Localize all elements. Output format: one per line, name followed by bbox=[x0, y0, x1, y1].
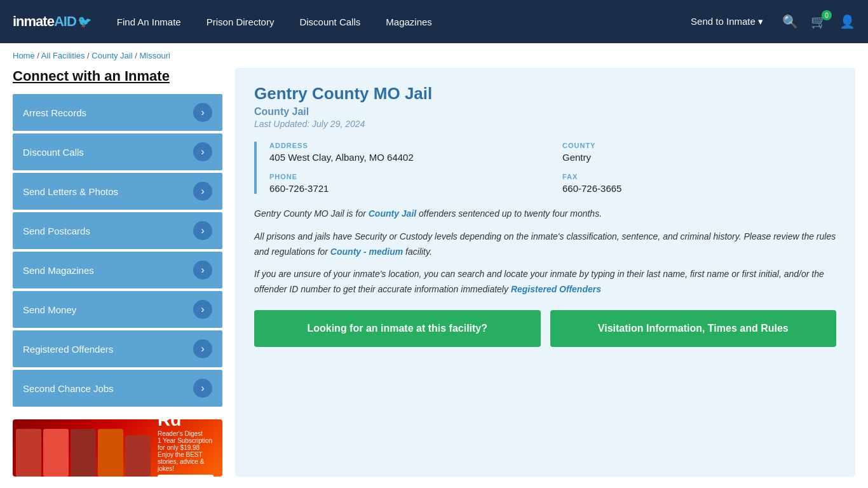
sidebar-label-send-money: Send Money bbox=[23, 304, 76, 315]
cart-icon[interactable]: 🛒 0 bbox=[811, 14, 827, 29]
county-value: Gentry bbox=[562, 152, 836, 163]
county-label: COUNTY bbox=[562, 142, 836, 149]
find-inmate-button[interactable]: Looking for an inmate at this facility? bbox=[254, 310, 541, 347]
nav-send-to-inmate[interactable]: Send to Inmate ▾ bbox=[691, 16, 763, 27]
sidebar-label-arrest-records: Arrest Records bbox=[23, 107, 86, 118]
facility-title: Gentry County MO Jail bbox=[254, 84, 836, 104]
ad-book-1 bbox=[16, 429, 41, 477]
ad-subtitle: Reader's Digest bbox=[158, 430, 217, 437]
description-3: If you are unsure of your inmate's locat… bbox=[254, 267, 836, 297]
sidebar-item-send-letters[interactable]: Send Letters & Photos › bbox=[13, 173, 222, 210]
description-2: All prisons and jails have Security or C… bbox=[254, 229, 836, 260]
nav-magazines[interactable]: Magazines bbox=[386, 17, 432, 27]
ad-offer: 1 Year Subscription for only $19.98Enjoy… bbox=[158, 437, 217, 472]
ad-books-image bbox=[13, 419, 153, 477]
phone-block: PHONE 660-726-3721 bbox=[269, 173, 543, 194]
sidebar-item-send-magazines[interactable]: Send Magazines › bbox=[13, 252, 222, 288]
sidebar-item-send-postcards[interactable]: Send Postcards › bbox=[13, 212, 222, 249]
ad-text: Rd Reader's Digest 1 Year Subscription f… bbox=[153, 419, 222, 477]
county-jail-link[interactable]: County Jail bbox=[369, 208, 416, 219]
nav-links: Find An Inmate Prison Directory Discount… bbox=[117, 17, 691, 27]
fax-value: 660-726-3665 bbox=[562, 183, 836, 194]
sidebar-item-discount-calls[interactable]: Discount Calls › bbox=[13, 133, 222, 170]
breadcrumb-county-jail[interactable]: County Jail bbox=[92, 51, 132, 60]
address-label: ADDRESS bbox=[269, 142, 543, 149]
county-medium-link[interactable]: County - medium bbox=[330, 247, 403, 257]
content-area: Gentry County MO Jail County Jail Last U… bbox=[235, 68, 855, 477]
ad-book-4 bbox=[98, 429, 123, 477]
arrow-icon: › bbox=[193, 300, 212, 319]
phone-label: PHONE bbox=[269, 173, 543, 180]
arrow-icon: › bbox=[193, 221, 212, 240]
action-buttons: Looking for an inmate at this facility? … bbox=[254, 310, 836, 347]
user-icon[interactable]: 👤 bbox=[839, 14, 855, 29]
sidebar-label-send-postcards: Send Postcards bbox=[23, 226, 90, 236]
address-value: 405 West Clay, Albany, MO 64402 bbox=[269, 152, 543, 163]
arrow-icon: › bbox=[193, 379, 212, 398]
arrow-icon: › bbox=[193, 339, 212, 358]
arrow-icon: › bbox=[193, 142, 212, 161]
sidebar-item-second-chance-jobs[interactable]: Second Chance Jobs › bbox=[13, 370, 222, 407]
sidebar: Connect with an Inmate Arrest Records › … bbox=[13, 68, 222, 477]
info-grid: ADDRESS 405 West Clay, Albany, MO 64402 … bbox=[254, 142, 836, 194]
cart-badge: 0 bbox=[822, 10, 832, 20]
ad-book-5 bbox=[125, 435, 151, 477]
ad-book-3 bbox=[71, 429, 96, 477]
arrow-icon: › bbox=[193, 103, 212, 122]
fax-block: FAX 660-726-3665 bbox=[562, 173, 836, 194]
sidebar-label-second-chance-jobs: Second Chance Jobs bbox=[23, 383, 114, 394]
arrow-icon: › bbox=[193, 182, 212, 201]
registered-offenders-link[interactable]: Registered Offenders bbox=[511, 284, 601, 294]
ad-book-2 bbox=[43, 429, 69, 477]
ad-subscribe-button[interactable]: Subscribe Now bbox=[158, 475, 214, 477]
facility-type: County Jail bbox=[254, 106, 836, 118]
nav-prison-directory[interactable]: Prison Directory bbox=[207, 17, 275, 27]
sidebar-label-discount-calls: Discount Calls bbox=[23, 147, 84, 158]
main-layout: Connect with an Inmate Arrest Records › … bbox=[0, 68, 868, 488]
arrow-icon: › bbox=[193, 261, 212, 280]
nav-find-inmate[interactable]: Find An Inmate bbox=[117, 17, 181, 27]
sidebar-title: Connect with an Inmate bbox=[13, 68, 222, 85]
phone-value: 660-726-3721 bbox=[269, 183, 543, 194]
county-block: COUNTY Gentry bbox=[562, 142, 836, 163]
nav-discount-calls[interactable]: Discount Calls bbox=[299, 17, 360, 27]
sidebar-label-send-letters: Send Letters & Photos bbox=[23, 186, 118, 197]
breadcrumb: Home / All Facilities / County Jail / Mi… bbox=[0, 43, 868, 68]
sidebar-item-send-money[interactable]: Send Money › bbox=[13, 291, 222, 328]
breadcrumb-all-facilities[interactable]: All Facilities bbox=[41, 51, 85, 60]
description-1: Gentry County MO Jail is for County Jail… bbox=[254, 207, 836, 222]
logo-text: inmateAID bbox=[13, 13, 76, 30]
sidebar-advertisement[interactable]: Rd Reader's Digest 1 Year Subscription f… bbox=[13, 419, 222, 477]
facility-updated: Last Updated: July 29, 2024 bbox=[254, 119, 836, 129]
sidebar-item-arrest-records[interactable]: Arrest Records › bbox=[13, 94, 222, 131]
visitation-button[interactable]: Visitation Information, Times and Rules bbox=[550, 310, 837, 347]
sidebar-menu: Arrest Records › Discount Calls › Send L… bbox=[13, 94, 222, 407]
nav-icons: 🔍 🛒 0 👤 bbox=[782, 14, 855, 29]
navigation: inmateAID 🐦 Find An Inmate Prison Direct… bbox=[0, 0, 868, 43]
address-block: ADDRESS 405 West Clay, Albany, MO 64402 bbox=[269, 142, 543, 163]
logo-icon: 🐦 bbox=[78, 15, 92, 29]
sidebar-label-registered-offenders: Registered Offenders bbox=[23, 344, 113, 355]
logo[interactable]: inmateAID 🐦 bbox=[13, 13, 92, 30]
search-icon[interactable]: 🔍 bbox=[782, 14, 798, 29]
ad-logo: Rd bbox=[158, 419, 217, 430]
sidebar-item-registered-offenders[interactable]: Registered Offenders › bbox=[13, 330, 222, 367]
sidebar-label-send-magazines: Send Magazines bbox=[23, 265, 94, 276]
breadcrumb-home[interactable]: Home bbox=[13, 51, 35, 60]
breadcrumb-missouri[interactable]: Missouri bbox=[139, 51, 170, 60]
ad-inner: Rd Reader's Digest 1 Year Subscription f… bbox=[13, 419, 222, 477]
fax-label: FAX bbox=[562, 173, 836, 180]
